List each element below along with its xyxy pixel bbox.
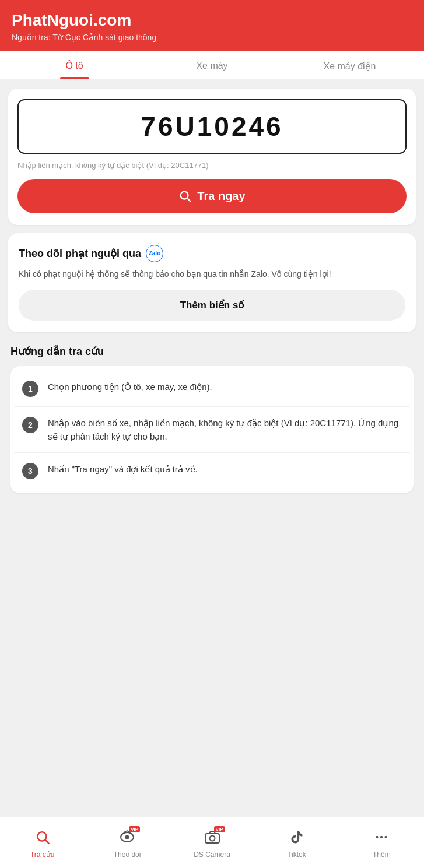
step-number-3: 3: [22, 463, 38, 479]
step-number-2: 2: [22, 417, 38, 433]
search-nav-icon: [35, 830, 50, 848]
vip-tag-dscamera: VIP: [214, 826, 225, 832]
nav-item-theodoi[interactable]: VIP Theo dõi: [85, 817, 169, 868]
bottom-nav: Tra cứu VIP Theo dõi: [0, 817, 424, 868]
svg-point-8: [376, 835, 379, 838]
eye-vip-icon: VIP: [119, 830, 135, 848]
tab-bar: Ô tô Xe máy Xe máy điện: [0, 51, 424, 79]
svg-rect-6: [205, 834, 219, 843]
license-plate-input[interactable]: [28, 111, 396, 142]
main-content: Nhập liên mạch, không ký tự đặc biệt (Ví…: [0, 79, 424, 561]
search-button[interactable]: Tra ngay: [17, 179, 407, 213]
svg-line-1: [187, 198, 190, 201]
nav-item-tiktok[interactable]: Tiktok: [254, 817, 339, 868]
nav-label-tracuu: Tra cứu: [30, 851, 55, 859]
nav-item-dscamera[interactable]: VIP DS Camera: [170, 817, 254, 868]
svg-point-10: [385, 835, 387, 838]
more-icon: [374, 830, 389, 848]
app-title: PhatNguoi.com: [12, 10, 412, 30]
license-input-wrapper: [17, 99, 407, 154]
guide-step-2: 2 Nhập vào biển số xe, nhập liền mạch, k…: [14, 406, 410, 453]
vip-tag-theodoi: VIP: [129, 826, 140, 832]
zalo-description: Khi có phạt nguội hệ thống sẽ thông báo …: [19, 268, 405, 280]
guide-step-1: 1 Chọn phương tiện (Ô tô, xe máy, xe điệ…: [14, 371, 410, 406]
tab-xemay[interactable]: Xe máy: [143, 51, 281, 79]
guide-step-3: 3 Nhấn "Tra ngay" và đợi kết quả trả về.: [14, 452, 410, 489]
guide-section: Hướng dẫn tra cứu 1 Chọn phương tiện (Ô …: [8, 340, 416, 494]
zalo-badge: Zalo: [146, 245, 163, 262]
svg-line-3: [45, 839, 49, 843]
guide-card: 1 Chọn phương tiện (Ô tô, xe máy, xe điệ…: [10, 366, 414, 494]
guide-title: Hướng dẫn tra cứu: [10, 345, 414, 358]
header: PhatNguoi.com Nguồn tra: Từ Cục Cảnh sát…: [0, 0, 424, 51]
step-text-2: Nhập vào biển số xe, nhập liền mạch, khô…: [48, 416, 402, 444]
input-hint: Nhập liên mạch, không ký tự đặc biệt (Ví…: [17, 161, 407, 170]
zalo-title: Theo dõi phạt nguội qua Zalo: [19, 245, 405, 262]
nav-item-tracuu[interactable]: Tra cứu: [0, 817, 85, 868]
search-icon: [178, 189, 191, 202]
tab-xemaydien[interactable]: Xe máy điện: [281, 51, 418, 79]
search-card: Nhập liên mạch, không ký tự đặc biệt (Ví…: [8, 89, 416, 225]
step-text-1: Chọn phương tiện (Ô tô, xe máy, xe điện)…: [48, 380, 212, 393]
zalo-card: Theo dõi phạt nguội qua Zalo Khi có phạt…: [8, 233, 416, 332]
nav-label-them: Thêm: [373, 851, 391, 859]
nav-label-tiktok: Tiktok: [288, 851, 306, 859]
step-number-1: 1: [22, 381, 38, 397]
vip-badge-dscamera: VIP: [204, 830, 220, 848]
tab-oto[interactable]: Ô tô: [6, 51, 143, 79]
nav-label-theodoi: Theo dõi: [114, 851, 141, 859]
header-subtitle: Nguồn tra: Từ Cục Cảnh sát giao thông: [12, 33, 412, 42]
nav-item-them[interactable]: Thêm: [339, 817, 424, 868]
svg-point-9: [380, 835, 383, 838]
step-text-3: Nhấn "Tra ngay" và đợi kết quả trả về.: [48, 462, 198, 476]
svg-point-5: [125, 835, 129, 839]
add-license-button[interactable]: Thêm biển số: [19, 290, 405, 321]
nav-label-dscamera: DS Camera: [194, 851, 230, 859]
svg-point-7: [209, 835, 215, 841]
camera-vip-icon: VIP: [204, 830, 220, 848]
tiktok-icon: [289, 830, 304, 848]
vip-badge-theodoi: VIP: [119, 830, 135, 848]
